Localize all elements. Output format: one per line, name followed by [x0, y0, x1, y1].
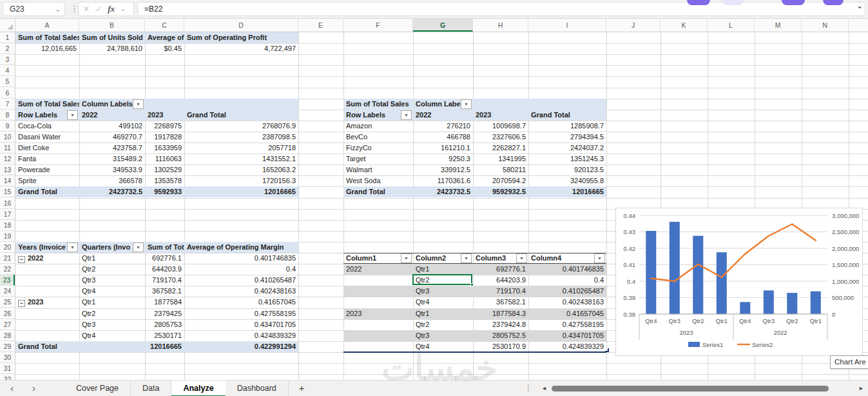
- cell-B23[interactable]: Qtr3: [79, 275, 145, 286]
- row-header-18[interactable]: 18: [0, 220, 15, 231]
- row-header-24[interactable]: 24: [0, 286, 15, 297]
- cell-D28[interactable]: 0.424839329: [184, 330, 298, 341]
- cell-F10[interactable]: BevCo: [343, 132, 413, 143]
- cell-I23[interactable]: 0.4: [528, 275, 606, 286]
- cell-I8[interactable]: Grand Total: [528, 110, 606, 121]
- cell-D11[interactable]: 2057718: [184, 143, 298, 153]
- cell-I14[interactable]: 3240955.8: [528, 175, 606, 186]
- column-header-F[interactable]: F: [343, 19, 413, 32]
- cell-H14[interactable]: 2070594.2: [473, 175, 528, 186]
- column-header-E[interactable]: E: [298, 19, 343, 32]
- cell-B12[interactable]: 315489.2: [79, 153, 145, 164]
- fill-handle[interactable]: [470, 283, 474, 286]
- cell-D26[interactable]: 0.427558195: [184, 308, 298, 319]
- cell-D8[interactable]: Grand Total: [184, 110, 298, 121]
- cell-A13[interactable]: Powerade: [15, 164, 79, 175]
- row-header-15[interactable]: 15: [0, 186, 15, 197]
- row-header-12[interactable]: 12: [0, 153, 15, 164]
- cell-I28[interactable]: 0.434701705: [528, 330, 606, 341]
- cell-G26[interactable]: Qtr1: [413, 308, 473, 319]
- cell-A25[interactable]: −2023: [15, 297, 79, 308]
- chevron-down-icon[interactable]: ⌄: [856, 1, 863, 10]
- cell-A14[interactable]: Sprite: [15, 175, 79, 186]
- cell-C20[interactable]: Sum of Tot: [145, 242, 184, 253]
- formula-input[interactable]: =B22: [137, 2, 865, 16]
- cell-B9[interactable]: 499102: [79, 121, 145, 132]
- filter-dropdown-icon[interactable]: ▼: [594, 253, 605, 263]
- combo-chart[interactable]: 0.443,000,0000.432,500,0000.422,000,0000…: [615, 208, 863, 356]
- cell-G13[interactable]: 339912.5: [413, 164, 473, 175]
- row-header-3[interactable]: 3: [0, 54, 15, 65]
- cell-A29[interactable]: Grand Total: [15, 341, 79, 352]
- cell-H25[interactable]: 367582.1: [473, 297, 528, 308]
- cell-H9[interactable]: 1009698.7: [473, 121, 528, 132]
- cell-G24[interactable]: Qtr3: [413, 286, 473, 297]
- cell-G8[interactable]: 2022: [413, 110, 473, 121]
- collapse-icon[interactable]: −: [18, 300, 25, 307]
- table-resize-handle[interactable]: [605, 348, 609, 352]
- cell-C13[interactable]: 1302529: [145, 164, 184, 175]
- cell-H26[interactable]: 1877584.3: [473, 308, 528, 319]
- filter-dropdown-icon[interactable]: ▼: [461, 253, 472, 263]
- row-header-10[interactable]: 10: [0, 132, 15, 143]
- row-header-4[interactable]: 4: [0, 65, 15, 76]
- cell-I29[interactable]: 0.424839329: [528, 341, 606, 352]
- insert-function-icon[interactable]: fx: [108, 4, 115, 14]
- select-all-corner[interactable]: [0, 19, 15, 32]
- cell-I10[interactable]: 2794394.5: [528, 132, 606, 143]
- next-sheet-icon[interactable]: ›: [32, 382, 35, 394]
- row-header-16[interactable]: 16: [0, 198, 15, 209]
- cell-B2[interactable]: 24,788,610: [79, 43, 145, 54]
- chevron-down-icon[interactable]: ⌄: [121, 6, 126, 12]
- column-header-G[interactable]: G: [413, 19, 473, 32]
- cell-H29[interactable]: 2530170.9: [473, 341, 528, 352]
- cell-B24[interactable]: Qtr4: [79, 286, 145, 297]
- cell-C22[interactable]: 644203.9: [145, 264, 184, 275]
- row-header-22[interactable]: 22: [0, 264, 15, 275]
- cell-G27[interactable]: Qtr2: [413, 319, 473, 330]
- cell-G10[interactable]: 466788: [413, 132, 473, 143]
- cell-B21[interactable]: Qtr1: [79, 253, 145, 264]
- row-header-11[interactable]: 11: [0, 143, 15, 153]
- cell-F9[interactable]: Amazon: [343, 121, 413, 132]
- scroll-left-icon[interactable]: ◄: [541, 385, 547, 391]
- cell-B13[interactable]: 349533.9: [79, 164, 145, 175]
- column-header-J[interactable]: J: [606, 19, 661, 32]
- cell-D20[interactable]: Average of Operating Margin: [184, 242, 298, 253]
- column-header-C[interactable]: C: [145, 19, 184, 32]
- filter-dropdown-icon[interactable]: ▼: [67, 110, 78, 120]
- cell-D15[interactable]: 12016665: [184, 186, 298, 197]
- cell-H8[interactable]: 2023: [473, 110, 528, 121]
- column-header-D[interactable]: D: [184, 19, 298, 32]
- cell-F13[interactable]: Walmart: [343, 164, 413, 175]
- cell-C24[interactable]: 367582.1: [145, 286, 184, 297]
- cell-B1[interactable]: Sum of Units Sold: [79, 32, 145, 43]
- cell-B27[interactable]: Qtr3: [79, 319, 145, 330]
- cell-F15[interactable]: Grand Total: [343, 186, 413, 197]
- column-header-N[interactable]: N: [802, 19, 849, 32]
- cell-C9[interactable]: 2268975: [145, 121, 184, 132]
- cell-D23[interactable]: 0.410265487: [184, 275, 298, 286]
- column-header-L[interactable]: L: [708, 19, 755, 32]
- sheet-tab-cover-page[interactable]: Cover Page: [64, 381, 131, 396]
- cell-B28[interactable]: Qtr4: [79, 330, 145, 341]
- row-header-14[interactable]: 14: [0, 175, 15, 186]
- sheet-tab-dashboard[interactable]: Dashboard: [226, 381, 289, 396]
- column-header-K[interactable]: K: [661, 19, 708, 32]
- toolbar-button[interactable]: [687, 0, 710, 5]
- cell-A10[interactable]: Dasani Water: [15, 132, 79, 143]
- column-header-I[interactable]: I: [528, 19, 606, 32]
- row-header-7[interactable]: 7: [0, 99, 15, 110]
- cell-I15[interactable]: 12016665: [528, 186, 606, 197]
- cell-H12[interactable]: 1341995: [473, 153, 528, 164]
- cell-C23[interactable]: 719170.4: [145, 275, 184, 286]
- cell-G12[interactable]: 9250.3: [413, 153, 473, 164]
- row-header-13[interactable]: 13: [0, 164, 15, 175]
- cell-D12[interactable]: 1431552.1: [184, 153, 298, 164]
- cell-C29[interactable]: 12016665: [145, 341, 184, 352]
- cell-H23[interactable]: 644203.9: [473, 275, 528, 286]
- cell-C14[interactable]: 1353578: [145, 175, 184, 186]
- cell-D14[interactable]: 1720156.3: [184, 175, 298, 186]
- column-header-A[interactable]: A: [15, 19, 79, 32]
- filter-dropdown-icon[interactable]: ▼: [401, 110, 412, 120]
